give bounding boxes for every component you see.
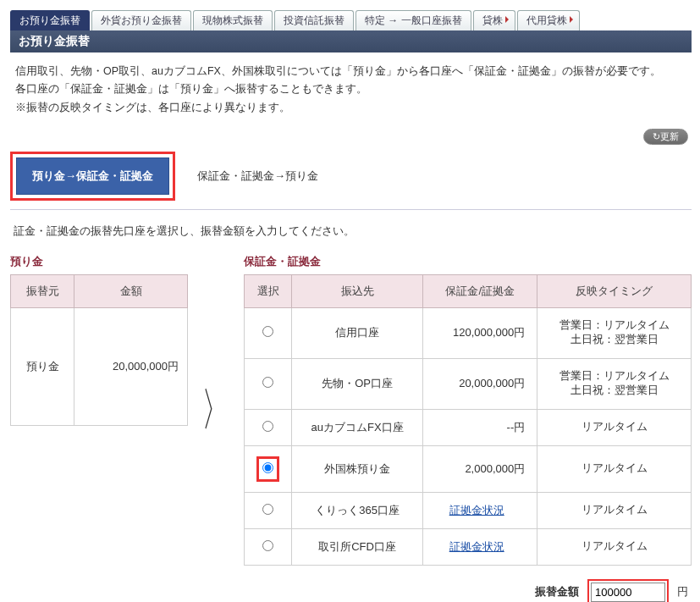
dst-radio-4[interactable] bbox=[262, 504, 273, 515]
dst-radio-1[interactable] bbox=[262, 377, 273, 388]
dst-timing-1: 営業日：リアルタイム土日祝：翌営業日 bbox=[537, 358, 692, 409]
source-table: 振替元 金額 預り金 20,000,000円 bbox=[10, 274, 188, 426]
dst-timing-4: リアルタイム bbox=[537, 492, 692, 528]
source-label: 預り金 bbox=[11, 307, 74, 425]
dst-radio-2[interactable] bbox=[262, 421, 273, 432]
dst-timing-5: リアルタイム bbox=[537, 528, 692, 565]
tab-5[interactable]: 貸株 bbox=[473, 10, 515, 30]
arrow-icon: 〉 bbox=[198, 378, 234, 441]
dst-margin-1: 20,000,000円 bbox=[423, 358, 537, 409]
dst-radio-3[interactable] bbox=[262, 462, 273, 473]
transfer-amount-label: 振替金額 bbox=[535, 584, 579, 599]
dst-margin-0: 120,000,000円 bbox=[423, 307, 537, 358]
dst-radio-0[interactable] bbox=[262, 326, 273, 337]
dst-margin-link-4[interactable]: 証拠金状況 bbox=[449, 504, 504, 516]
source-th-amount: 金額 bbox=[74, 274, 188, 307]
tab-6[interactable]: 代用貸株 bbox=[517, 10, 580, 30]
dst-margin-3: 2,000,000円 bbox=[423, 445, 537, 492]
dst-dest-1: 先物・OP口座 bbox=[292, 358, 423, 409]
dst-row-4: くりっく365口座証拠金状況リアルタイム bbox=[245, 492, 692, 528]
page-title-bar: お預り金振替 bbox=[10, 30, 692, 52]
tab-0[interactable]: お預り金振替 bbox=[10, 10, 90, 30]
instruction-text: 証金・証拠金の振替先口座を選択し、振替金額を入力してください。 bbox=[10, 210, 692, 254]
dst-th-2: 保証金/証拠金 bbox=[423, 274, 537, 307]
mode-margin-to-deposit[interactable]: 保証金・証拠金→預り金 bbox=[197, 168, 318, 184]
dst-margin-link-5[interactable]: 証拠金状況 bbox=[449, 540, 504, 553]
dst-th-1: 振込先 bbox=[292, 274, 423, 307]
dst-row-1: 先物・OP口座20,000,000円営業日：リアルタイム土日祝：翌営業日 bbox=[245, 358, 692, 409]
dst-timing-3: リアルタイム bbox=[537, 445, 692, 492]
dst-th-0: 選択 bbox=[245, 274, 292, 307]
source-title: 預り金 bbox=[10, 254, 188, 274]
transfer-modes: 預り金→保証金・証拠金 保証金・証拠金→預り金 bbox=[10, 150, 692, 210]
dst-timing-0: 営業日：リアルタイム土日祝：翌営業日 bbox=[537, 307, 692, 358]
mode-deposit-to-margin[interactable]: 預り金→保証金・証拠金 bbox=[16, 157, 169, 195]
dst-dest-0: 信用口座 bbox=[292, 307, 423, 358]
tab-4[interactable]: 特定 → 一般口座振替 bbox=[356, 10, 471, 30]
dst-th-3: 反映タイミング bbox=[537, 274, 692, 307]
tab-2[interactable]: 現物株式振替 bbox=[193, 10, 273, 30]
lead-text: 信用取引、先物・OP取引、auカブコムFX、外国株取引については「預り金」から各… bbox=[10, 52, 692, 124]
dst-dest-5: 取引所CFD口座 bbox=[292, 528, 423, 565]
dst-row-2: auカブコムFX口座--円リアルタイム bbox=[245, 409, 692, 445]
dst-row-5: 取引所CFD口座証拠金状況リアルタイム bbox=[245, 528, 692, 565]
dst-margin-2: --円 bbox=[423, 409, 537, 445]
dst-timing-2: リアルタイム bbox=[537, 409, 692, 445]
dst-dest-2: auカブコムFX口座 bbox=[292, 409, 423, 445]
dst-radio-5[interactable] bbox=[262, 540, 273, 551]
transfer-amount-input[interactable] bbox=[591, 583, 665, 602]
dst-dest-4: くりっく365口座 bbox=[292, 492, 423, 528]
transfer-amount-unit: 円 bbox=[677, 584, 688, 599]
update-button[interactable]: ↻更新 bbox=[643, 129, 688, 145]
source-th-from: 振替元 bbox=[11, 274, 74, 307]
destination-table: 選択振込先保証金/証拠金反映タイミング 信用口座120,000,000円営業日：… bbox=[244, 274, 692, 566]
dst-row-0: 信用口座120,000,000円営業日：リアルタイム土日祝：翌営業日 bbox=[245, 307, 692, 358]
dst-margin-5: 証拠金状況 bbox=[423, 528, 537, 565]
tabs: お預り金振替外貨お預り金振替現物株式振替投資信託振替特定 → 一般口座振替貸株代… bbox=[10, 10, 692, 30]
source-amount: 20,000,000円 bbox=[74, 307, 188, 425]
dst-dest-3: 外国株預り金 bbox=[292, 445, 423, 492]
tab-1[interactable]: 外貨お預り金振替 bbox=[91, 10, 191, 30]
dst-row-3: 外国株預り金2,000,000円リアルタイム bbox=[245, 445, 692, 492]
tab-3[interactable]: 投資信託振替 bbox=[274, 10, 354, 30]
dst-margin-4: 証拠金状況 bbox=[423, 492, 537, 528]
destination-title: 保証金・証拠金 bbox=[244, 254, 692, 274]
